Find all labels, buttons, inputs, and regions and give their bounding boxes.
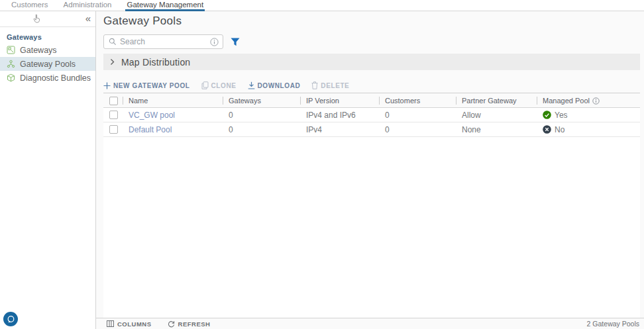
column-header-partner-gateway[interactable]: Partner Gateway bbox=[456, 93, 537, 108]
refresh-button[interactable]: REFRESH bbox=[168, 320, 211, 328]
gateway-pools-icon bbox=[7, 60, 15, 68]
gateway-pools-table: Name Gateways IP Version Customers Partn… bbox=[103, 93, 640, 318]
delete-button[interactable]: DELETE bbox=[311, 81, 349, 89]
sidebar-item-gateway-pools[interactable]: Gateway Pools bbox=[0, 57, 95, 71]
row-checkbox[interactable] bbox=[109, 111, 118, 119]
tab-gateway-management[interactable]: Gateway Management bbox=[125, 0, 205, 11]
cell-managed-pool: Yes bbox=[537, 111, 640, 120]
cell-ip-version: IPv4 and IPv6 bbox=[301, 111, 380, 120]
columns-button[interactable]: COLUMNS bbox=[107, 320, 152, 328]
sidebar-item-gateways[interactable]: Gateways bbox=[0, 43, 95, 57]
search-row bbox=[103, 34, 644, 49]
table-row: Default Pool 0 IPv4 0 None No bbox=[103, 122, 640, 137]
pool-name-link[interactable]: VC_GW pool bbox=[129, 111, 175, 120]
columns-icon bbox=[107, 320, 114, 327]
search-icon bbox=[109, 38, 117, 46]
select-all-checkbox[interactable] bbox=[109, 97, 118, 105]
column-header-name[interactable]: Name bbox=[123, 93, 223, 108]
search-input-wrapper bbox=[103, 34, 223, 49]
check-circle-green-icon bbox=[543, 111, 551, 119]
chat-bubble-icon bbox=[7, 315, 15, 324]
chevron-right-icon bbox=[109, 58, 115, 66]
mouse-cursor-icon bbox=[33, 14, 41, 26]
page-title: Gateway Pools bbox=[103, 15, 644, 28]
pool-name-link[interactable]: Default Pool bbox=[129, 125, 172, 134]
sidebar-item-label: Gateways bbox=[20, 46, 57, 55]
sidebar-item-label: Gateway Pools bbox=[20, 60, 76, 69]
copy-icon bbox=[201, 81, 209, 89]
column-header-managed-pool[interactable]: Managed Pool bbox=[537, 93, 640, 108]
map-distribution-section[interactable]: Map Distribution bbox=[103, 54, 640, 70]
download-icon bbox=[248, 81, 255, 89]
plus-icon bbox=[103, 82, 111, 89]
download-button[interactable]: DOWNLOAD bbox=[248, 81, 301, 89]
refresh-icon bbox=[168, 320, 175, 328]
main-content: Gateway Pools bbox=[96, 11, 644, 329]
table-toolbar: NEW GATEWAY POOL CLONE bbox=[103, 81, 644, 89]
tab-customers[interactable]: Customers bbox=[10, 0, 50, 11]
sidebar-item-diagnostic-bundles[interactable]: Diagnostic Bundles bbox=[0, 71, 95, 85]
cell-partner-gateway: None bbox=[456, 125, 537, 134]
top-tab-bar: Customers Administration Gateway Managem… bbox=[0, 0, 644, 11]
cell-customers: 0 bbox=[380, 111, 456, 120]
cell-gateways: 0 bbox=[223, 125, 301, 134]
sidebar-item-label: Diagnostic Bundles bbox=[20, 73, 91, 83]
cell-partner-gateway: Allow bbox=[456, 111, 537, 120]
row-checkbox[interactable] bbox=[109, 125, 118, 134]
new-gateway-pool-button[interactable]: NEW GATEWAY POOL bbox=[103, 82, 190, 89]
info-icon[interactable] bbox=[592, 97, 600, 105]
sidebar-nav: Gateways Gateway Pools bbox=[0, 43, 95, 85]
sidebar-section-gateways: Gateways bbox=[7, 33, 95, 41]
column-header-customers[interactable]: Customers bbox=[380, 93, 456, 108]
table-footer: COLUMNS REFRESH 2 Gateway Pools bbox=[96, 318, 644, 329]
tab-administration[interactable]: Administration bbox=[62, 0, 113, 11]
cell-managed-pool: No bbox=[537, 125, 640, 134]
sidebar: « Gateways Gateways bbox=[0, 11, 96, 329]
cell-ip-version: IPv4 bbox=[301, 125, 380, 134]
search-input[interactable] bbox=[120, 37, 207, 46]
item-count-label: 2 Gateway Pools bbox=[587, 320, 639, 328]
x-circle-dark-icon bbox=[543, 125, 551, 134]
sidebar-header: « bbox=[0, 11, 95, 27]
search-info-icon[interactable] bbox=[210, 38, 219, 46]
cell-customers: 0 bbox=[380, 125, 456, 134]
gateways-icon bbox=[7, 46, 15, 54]
collapse-sidebar-button[interactable]: « bbox=[85, 12, 91, 25]
feedback-button[interactable] bbox=[3, 312, 18, 326]
column-header-gateways[interactable]: Gateways bbox=[223, 93, 301, 108]
table-header-row: Name Gateways IP Version Customers Partn… bbox=[103, 93, 640, 108]
column-header-ip-version[interactable]: IP Version bbox=[301, 93, 380, 108]
map-distribution-label: Map Distribution bbox=[121, 57, 190, 68]
app-window: Customers Administration Gateway Managem… bbox=[0, 0, 644, 329]
diagnostic-bundles-icon bbox=[7, 73, 15, 82]
filter-icon[interactable] bbox=[231, 38, 240, 46]
clone-button[interactable]: CLONE bbox=[201, 81, 237, 89]
table-row: VC_GW pool 0 IPv4 and IPv6 0 Allow Yes bbox=[103, 108, 640, 122]
table-empty-area bbox=[103, 137, 640, 318]
trash-icon bbox=[311, 81, 318, 89]
cell-gateways: 0 bbox=[223, 111, 301, 120]
